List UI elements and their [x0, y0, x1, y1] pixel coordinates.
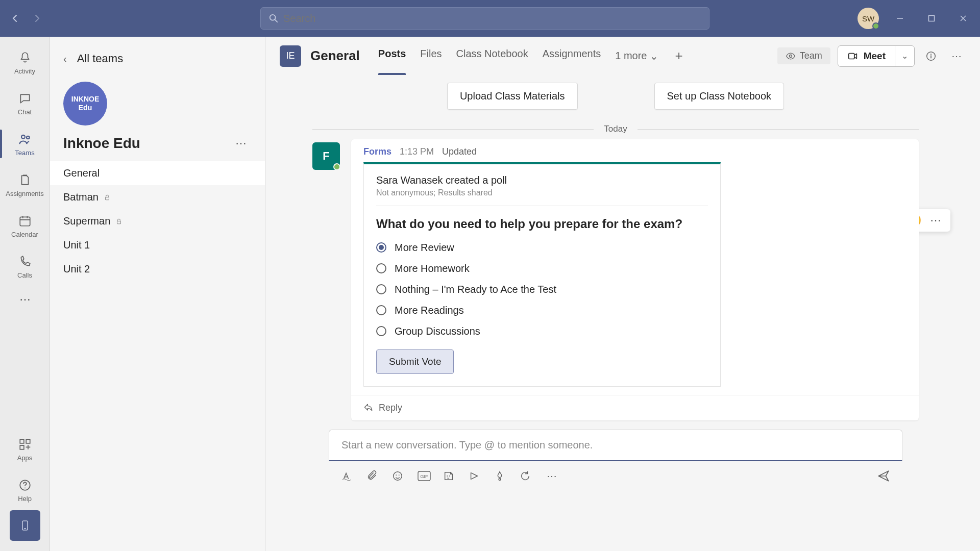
- tab-files[interactable]: Files: [413, 37, 449, 75]
- rail-more[interactable]: ⋯: [0, 287, 50, 312]
- tab-assignments[interactable]: Assignments: [535, 37, 608, 75]
- team-visibility-button[interactable]: Team: [777, 47, 830, 64]
- upload-materials-button[interactable]: Upload Class Materials: [447, 83, 578, 110]
- day-divider: Today: [312, 124, 919, 134]
- search-input[interactable]: [283, 13, 701, 24]
- svg-point-32: [499, 478, 501, 480]
- rail-assignments[interactable]: Assignments: [0, 164, 50, 205]
- poll-option[interactable]: Nothing – I'm Ready to Ace the Test: [376, 284, 708, 295]
- lock-icon: [115, 218, 122, 225]
- meet-label: Meet: [864, 51, 886, 62]
- eye-icon: [786, 51, 796, 61]
- svg-point-0: [270, 15, 276, 20]
- channel-item-general[interactable]: General: [50, 161, 265, 185]
- assignments-icon: [17, 172, 33, 188]
- tab-class-notebook[interactable]: Class Notebook: [449, 37, 535, 75]
- reply-button[interactable]: Reply: [351, 395, 919, 420]
- radio-icon: [376, 305, 386, 315]
- channel-item-unit-1[interactable]: Unit 1: [50, 233, 265, 257]
- tab-more-label: 1 more: [615, 50, 647, 62]
- all-teams-back[interactable]: ‹ All teams: [50, 45, 265, 72]
- message-status: Updated: [442, 146, 477, 157]
- rail-chat[interactable]: Chat: [0, 83, 50, 123]
- rail-calendar[interactable]: Calendar: [0, 205, 50, 246]
- poll-option[interactable]: Group Discussions: [376, 325, 708, 337]
- reactions-more-button[interactable]: ⋯: [928, 214, 943, 227]
- svg-point-24: [930, 54, 932, 55]
- praise-icon[interactable]: [494, 470, 507, 482]
- poll-option-label: More Homework: [395, 263, 470, 274]
- tab-add-button[interactable]: +: [666, 48, 692, 64]
- tab-posts[interactable]: Posts: [371, 37, 413, 75]
- user-initials: SW: [862, 14, 874, 23]
- poll-option[interactable]: More Readings: [376, 305, 708, 316]
- compose-input[interactable]: Start a new conversation. Type @ to ment…: [329, 430, 902, 461]
- forms-app-avatar: F: [312, 142, 340, 170]
- emoji-icon[interactable]: [392, 470, 405, 482]
- rail-label: Calls: [17, 271, 32, 279]
- rail-teams[interactable]: Teams: [0, 123, 50, 164]
- attach-icon[interactable]: [366, 470, 380, 482]
- rail-label: Help: [18, 495, 32, 503]
- rail-mobile-button[interactable]: [10, 510, 40, 541]
- channel-item-batman[interactable]: Batman: [50, 185, 265, 209]
- rail-label: Teams: [15, 149, 34, 157]
- loop-icon[interactable]: [520, 470, 533, 482]
- radio-icon: [376, 326, 386, 336]
- message-row: F Forms 1:13 PM Updated Sara Wanasek cre…: [312, 139, 919, 420]
- titlebar: SW: [0, 0, 980, 37]
- team-logo-text: INKNOE Edu: [71, 95, 99, 112]
- team-logo[interactable]: INKNOE Edu: [63, 82, 107, 126]
- svg-point-31: [449, 475, 450, 477]
- format-icon[interactable]: [341, 470, 354, 482]
- svg-rect-21: [848, 53, 854, 59]
- meet-button[interactable]: Meet ⌄: [838, 45, 915, 67]
- team-panel: ‹ All teams INKNOE Edu Inknoe Edu ⋯ Gene…: [50, 37, 265, 551]
- rail-calls[interactable]: Calls: [0, 246, 50, 287]
- channel-label: Unit 1: [63, 239, 90, 251]
- window-minimize-button[interactable]: [889, 8, 911, 29]
- rail-help[interactable]: Help: [0, 469, 50, 510]
- gif-icon[interactable]: GIF: [418, 471, 431, 481]
- window-close-button[interactable]: [952, 8, 974, 29]
- nav-back-button[interactable]: [6, 9, 24, 28]
- team-menu-button[interactable]: ⋯: [230, 135, 252, 152]
- radio-icon: [376, 263, 386, 273]
- channel-more-button[interactable]: ⋯: [947, 47, 966, 65]
- svg-point-27: [399, 474, 400, 475]
- chevron-down-icon: ⌄: [650, 50, 658, 62]
- poll-option[interactable]: More Homework: [376, 263, 708, 274]
- channel-item-superman[interactable]: Superman: [50, 209, 265, 233]
- channel-label: Superman: [63, 215, 110, 227]
- svg-point-26: [396, 474, 397, 475]
- send-button[interactable]: [877, 469, 890, 483]
- app-rail: Activity Chat Teams Assignments Calendar…: [0, 37, 50, 551]
- submit-vote-button[interactable]: Submit Vote: [376, 349, 454, 374]
- svg-point-7: [27, 136, 30, 139]
- rail-activity[interactable]: Activity: [0, 42, 50, 83]
- meet-dropdown[interactable]: ⌄: [895, 51, 914, 61]
- message-app-name[interactable]: Forms: [363, 146, 391, 157]
- setup-notebook-button[interactable]: Set up Class Notebook: [654, 83, 785, 110]
- compose-more-icon[interactable]: ⋯: [545, 470, 558, 482]
- poll-creator: Sara Wanasek created a poll: [376, 174, 708, 186]
- search-icon: [269, 14, 278, 23]
- channel-label: Unit 2: [63, 263, 90, 275]
- channel-avatar: IE: [280, 45, 301, 67]
- sticker-icon[interactable]: [443, 470, 456, 482]
- tab-more-dropdown[interactable]: 1 more ⌄: [608, 50, 666, 62]
- user-avatar[interactable]: SW: [857, 8, 879, 29]
- meet-now-icon[interactable]: [469, 470, 482, 482]
- all-teams-label: All teams: [77, 52, 123, 65]
- svg-rect-8: [20, 217, 30, 226]
- channel-item-unit-2[interactable]: Unit 2: [50, 257, 265, 281]
- poll-option[interactable]: More Review: [376, 242, 708, 254]
- composer: Start a new conversation. Type @ to ment…: [329, 430, 902, 487]
- window-maximize-button[interactable]: [921, 8, 942, 29]
- rail-apps[interactable]: Apps: [0, 429, 50, 469]
- svg-point-20: [789, 55, 792, 57]
- channel-info-button[interactable]: [922, 47, 940, 65]
- search-box[interactable]: [260, 7, 709, 30]
- nav-forward-button[interactable]: [28, 9, 46, 28]
- reply-label: Reply: [379, 403, 402, 413]
